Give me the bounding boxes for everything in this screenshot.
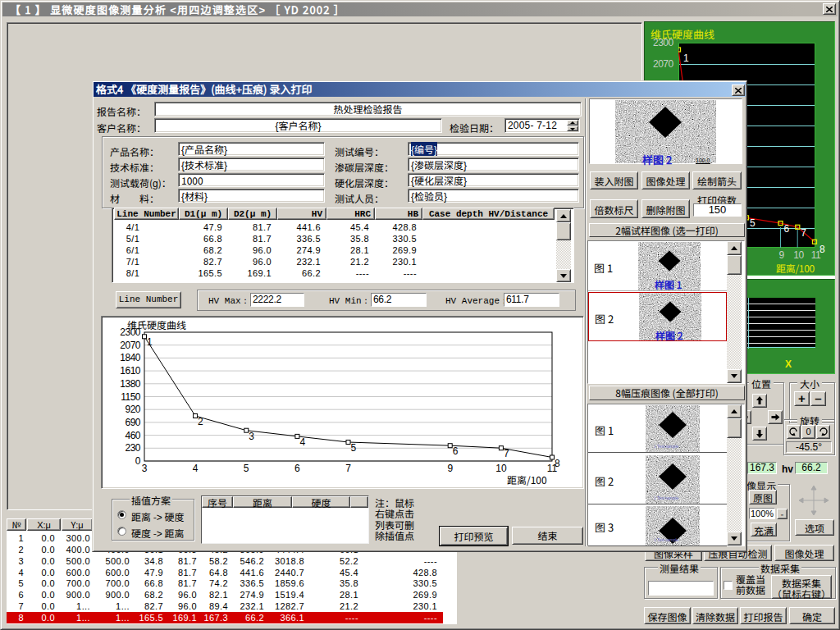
svg-text:5: 5 [244,463,249,474]
svg-text:距离/100: 距离/100 [507,472,547,486]
svg-text:3: 3 [142,463,148,474]
svg-text:2300: 2300 [120,326,141,338]
svg-text:9: 9 [447,463,453,474]
svg-text:690: 690 [125,417,140,428]
svg-text:4: 4 [299,436,305,448]
svg-text:2070: 2070 [120,340,141,351]
svg-text:6: 6 [453,445,459,457]
svg-text:1: 1 [683,52,689,64]
svg-text:2: 2 [198,416,203,427]
svg-text:8: 8 [555,458,560,469]
svg-text:6: 6 [294,463,300,474]
svg-text:1: 1 [147,336,153,348]
svg-text:1150: 1150 [121,391,141,403]
svg-text:0: 0 [135,455,141,467]
svg-text:1840: 1840 [120,352,141,363]
svg-text:5: 5 [750,217,756,229]
svg-text:6: 6 [784,223,790,235]
svg-text:5: 5 [351,442,357,454]
svg-text:3: 3 [249,431,254,442]
svg-text:4: 4 [193,463,199,474]
svg-text:10: 10 [495,463,507,474]
svg-text:1610: 1610 [120,365,141,377]
svg-text:1380: 1380 [120,378,141,390]
svg-text:230: 230 [125,442,140,454]
svg-text:7: 7 [504,448,509,459]
svg-text:7: 7 [345,463,351,474]
svg-text:920: 920 [125,404,140,415]
svg-text:460: 460 [125,430,140,441]
svg-text:7: 7 [801,227,806,239]
